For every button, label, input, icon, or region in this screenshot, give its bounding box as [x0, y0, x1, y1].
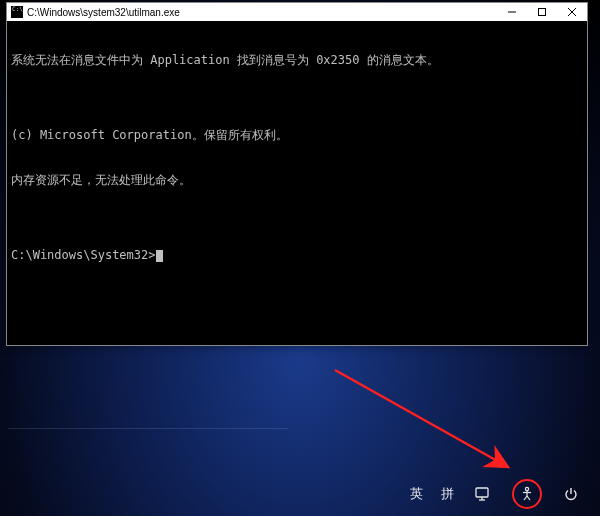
console-body[interactable]: 系统无法在消息文件中为 Application 找到消息号为 0x2350 的消…	[7, 21, 587, 345]
console-prompt: C:\Windows\System32>	[11, 248, 156, 263]
decorative-line	[8, 428, 288, 429]
svg-rect-1	[539, 9, 546, 16]
console-prompt-line: C:\Windows\System32>	[11, 248, 583, 263]
cursor-icon	[156, 250, 163, 262]
window-controls	[497, 3, 587, 21]
console-line: 内存资源不足，无法处理此命令。	[11, 173, 583, 188]
ease-of-access-button[interactable]	[512, 479, 542, 509]
window-title: C:\Windows\system32\utilman.exe	[27, 7, 493, 18]
minimize-button[interactable]	[497, 3, 527, 21]
svg-rect-5	[476, 488, 488, 497]
login-taskbar: 英 拼	[0, 472, 600, 516]
console-line: (c) Microsoft Corporation。保留所有权利。	[11, 128, 583, 143]
svg-point-8	[525, 487, 528, 490]
ime-indicator[interactable]: 拼	[441, 485, 454, 503]
close-button[interactable]	[557, 3, 587, 21]
titlebar[interactable]: C:\Windows\system32\utilman.exe	[7, 3, 587, 21]
power-button[interactable]	[560, 483, 582, 505]
svg-line-11	[524, 496, 527, 500]
console-line: 系统无法在消息文件中为 Application 找到消息号为 0x2350 的消…	[11, 53, 583, 68]
language-indicator[interactable]: 英	[410, 485, 423, 503]
network-icon[interactable]	[472, 483, 494, 505]
maximize-button[interactable]	[527, 3, 557, 21]
console-window: C:\Windows\system32\utilman.exe 系统无法在消息文…	[6, 2, 588, 346]
svg-line-12	[527, 496, 530, 500]
annotation-arrow	[330, 365, 540, 489]
svg-line-4	[335, 370, 508, 467]
cmd-icon	[11, 6, 23, 18]
